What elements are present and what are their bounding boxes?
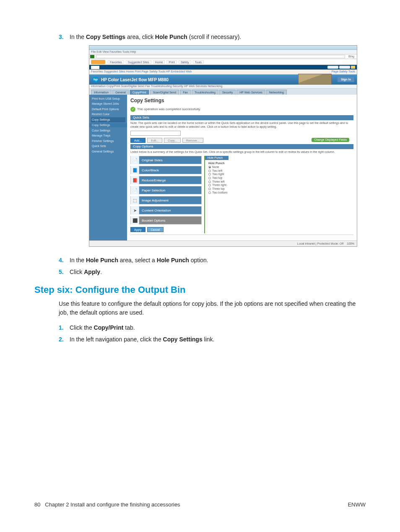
bold: Hole Punch [86, 257, 118, 263]
favorites-button[interactable] [91, 60, 105, 64]
page-footer: 80 Chapter 2 Install and configure the f… [34, 501, 366, 508]
footer-right: ENWW [348, 501, 366, 508]
fav-item[interactable]: Print [166, 60, 177, 64]
radio-three-right[interactable]: Three right [208, 183, 353, 187]
apply-button[interactable]: Apply [130, 227, 145, 232]
copy-options-note: Listed below is a summary of the setting… [130, 150, 353, 154]
radio-three-left[interactable]: Three left [208, 180, 353, 183]
change-fields-pill[interactable]: Change Displayed Fields [312, 138, 349, 142]
remove-button[interactable]: Remove... [182, 138, 203, 143]
radio-icon [208, 181, 211, 183]
side-link[interactable]: General Settings [91, 149, 125, 154]
fav-item[interactable]: Suggested Sites [126, 60, 151, 64]
card-paper-selection[interactable]: 📄Paper Selection [130, 186, 202, 194]
step-number: 2. [59, 336, 70, 343]
tab-troubleshoot[interactable]: Troubleshooting [192, 90, 218, 95]
radio-two-right[interactable]: Two right [208, 173, 353, 176]
sign-in-button[interactable]: Sign In [338, 77, 354, 82]
substep-1: 1. Click the Copy/Print tab. [59, 324, 366, 331]
tab-general[interactable]: General [112, 90, 129, 95]
side-link[interactable]: Print from USB Setup [91, 96, 125, 101]
hole-punch-panel: Hole Punch Hole Punch None Two left Two … [204, 156, 353, 233]
txt: area, click [125, 34, 155, 40]
fav-item[interactable]: Favorites [108, 60, 124, 64]
radio-icon [208, 184, 211, 186]
hole-punch-header: Hole Punch [205, 156, 229, 160]
nav-back-icon[interactable] [90, 55, 94, 58]
card-content-orientation[interactable]: ➤Content Orientation [130, 206, 202, 214]
favorites-toolbar: Favorites Suggested Sites Home Print Saf… [89, 59, 357, 65]
step-text: Click Apply. [70, 269, 366, 275]
copy-options-bar: Copy Options [130, 144, 353, 149]
doc-icon: 📕 [131, 176, 139, 184]
doc-icon: 📄 [131, 186, 139, 194]
card-original-sides[interactable]: 📄Original Sides [130, 156, 202, 164]
tab-scan[interactable]: Scan/Digital Send [150, 90, 179, 95]
toolrow-right: Page Safety Tools [332, 70, 355, 74]
radio-label: Two top [212, 176, 223, 180]
side-link[interactable]: Manage Trays [91, 133, 125, 138]
step-3: 3. In the Copy Settings area, click Hole… [59, 34, 366, 40]
tab-networking[interactable]: Networking [266, 90, 287, 95]
step-text: In the Copy Settings area, click Hole Pu… [70, 34, 366, 40]
fav-item[interactable]: Safety [179, 60, 191, 64]
address-bar-row: Bing [89, 54, 357, 59]
side-link-copy-settings[interactable]: Copy Settings [91, 117, 125, 122]
fav-item[interactable]: Tools [193, 60, 204, 64]
tab-fax[interactable]: Fax [180, 90, 191, 95]
txt: option. [189, 257, 208, 263]
address-input[interactable] [96, 55, 345, 58]
txt: (scroll if necessary). [187, 34, 241, 40]
radio-two-bottom[interactable]: Two bottom [208, 191, 353, 194]
section-paragraph: Use this feature to configure the defaul… [59, 300, 366, 317]
ews-subline: Information Copy/Print Scan/Digital Send… [89, 85, 357, 89]
tab-webservices[interactable]: HP Web Services [236, 90, 265, 95]
fav-item[interactable]: Home [153, 60, 165, 64]
side-link[interactable]: Finisher Settings [91, 139, 125, 144]
doc-icon: 📄 [131, 156, 139, 164]
radio-icon [208, 170, 211, 172]
side-link[interactable]: Quick Sets [91, 144, 125, 149]
doc-icon: ⬚ [131, 196, 139, 204]
radio-two-top[interactable]: Two top [208, 176, 353, 180]
card-label: Original Sides [139, 156, 201, 164]
card-label: Paper Selection [139, 186, 201, 194]
step-number: 3. [59, 34, 70, 40]
nav-pill[interactable] [339, 66, 350, 69]
bold: Copy/Print [94, 324, 124, 331]
radio-none[interactable]: None [208, 165, 353, 169]
side-link[interactable]: Default Print Options [91, 107, 125, 112]
card-image-adjustment[interactable]: ⬚Image Adjustment [130, 196, 202, 204]
quickset-select[interactable] [130, 131, 181, 136]
txt: In the left navigation pane, click the [70, 336, 163, 343]
radio-two-left[interactable]: Two left [208, 169, 353, 173]
tab-information[interactable]: Information [91, 90, 112, 95]
edit-button[interactable]: Edit... [147, 138, 162, 143]
copy-button[interactable]: Copy... [164, 138, 181, 143]
nav-pill[interactable] [327, 66, 338, 69]
card-reduce-enlarge[interactable]: 📕Reduce/Enlarge [130, 176, 202, 184]
search-provider: Bing [346, 55, 357, 58]
radio-label: Two bottom [212, 191, 227, 194]
side-link[interactable]: Manage Stored Jobs [91, 101, 125, 106]
card-booklet-options[interactable]: ⬛Booklet Options [130, 216, 202, 225]
radio-icon [208, 166, 211, 168]
radio-three-top[interactable]: Three top [208, 187, 353, 191]
side-link[interactable]: Restrict Color [91, 112, 125, 117]
cancel-button[interactable]: Cancel [147, 227, 164, 232]
nav-box[interactable] [91, 66, 99, 69]
tab-copy-print[interactable]: Copy/Print [130, 90, 149, 95]
star-icon[interactable] [351, 66, 355, 69]
section-heading: Step six: Configure the Output Bin [34, 284, 366, 295]
step-text: In the left navigation pane, click the C… [70, 336, 366, 343]
device-photo [298, 74, 332, 85]
checkmark-icon: ✓ [130, 107, 135, 112]
step-number: 5. [59, 269, 70, 275]
bold: Copy Settings [163, 336, 203, 343]
side-link[interactable]: Color Settings [91, 128, 125, 133]
add-button[interactable]: Add... [130, 138, 145, 143]
side-sublabel: Copy Settings [89, 123, 127, 127]
tab-security[interactable]: Security [219, 90, 236, 95]
card-label: Color/Black [139, 166, 201, 174]
card-color-black[interactable]: 📘Color/Black [130, 166, 202, 174]
